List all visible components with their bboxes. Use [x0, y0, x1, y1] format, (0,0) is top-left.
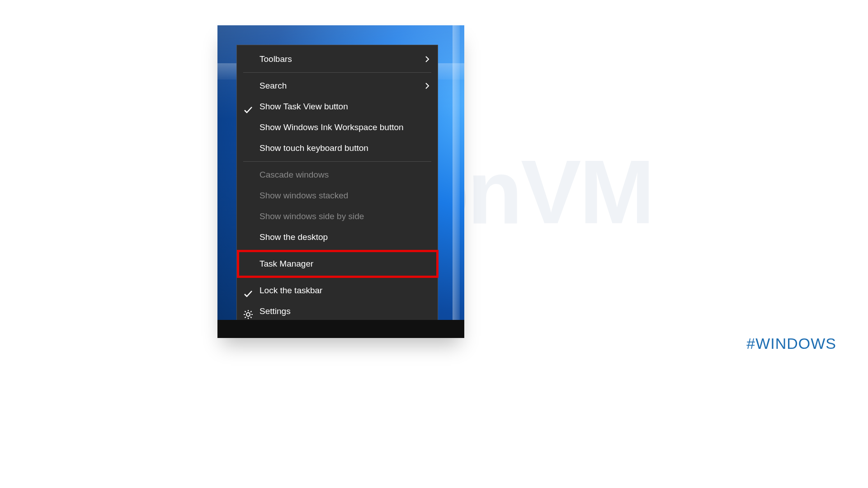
wallpaper-band-vertical	[453, 25, 460, 338]
svg-line-5	[245, 311, 246, 312]
menu-item-label: Show the desktop	[259, 232, 328, 242]
menu-item-label: Toolbars	[259, 54, 292, 64]
menu-item-show-windows-ink-workspace-button[interactable]: Show Windows Ink Workspace button	[237, 117, 438, 138]
menu-item-label: Show Windows Ink Workspace button	[259, 122, 404, 132]
menu-item-show-the-desktop[interactable]: Show the desktop	[237, 227, 438, 248]
menu-item-lock-the-taskbar[interactable]: Lock the taskbar	[237, 280, 438, 301]
menu-item-label: Lock the taskbar	[259, 286, 322, 295]
check-icon	[243, 286, 253, 296]
menu-item-label: Settings	[259, 306, 291, 316]
check-icon	[243, 102, 253, 112]
menu-item-label: Search	[259, 81, 287, 90]
svg-line-7	[250, 311, 251, 312]
menu-separator	[243, 161, 431, 162]
chevron-right-icon	[425, 56, 429, 63]
svg-line-8	[245, 317, 246, 318]
svg-point-0	[246, 313, 250, 316]
menu-item-label: Task Manager	[259, 259, 313, 268]
menu-separator	[243, 72, 431, 73]
menu-item-settings[interactable]: Settings	[237, 301, 438, 322]
menu-item-label: Cascade windows	[259, 170, 329, 179]
menu-item-label: Show windows stacked	[259, 191, 348, 200]
menu-item-label: Show touch keyboard button	[259, 143, 368, 153]
menu-item-show-windows-stacked: Show windows stacked	[237, 185, 438, 206]
menu-item-show-touch-keyboard-button[interactable]: Show touch keyboard button	[237, 138, 438, 159]
gear-icon	[243, 306, 253, 316]
hashtag-label: #WINDOWS	[746, 335, 836, 352]
chevron-right-icon	[425, 82, 429, 89]
screenshot-reflection: ToolbarsSearchShow Task View buttonShow …	[217, 338, 464, 392]
menu-item-show-task-view-button[interactable]: Show Task View button	[237, 96, 438, 117]
menu-separator	[243, 277, 431, 277]
menu-item-toolbars[interactable]: Toolbars	[237, 49, 438, 70]
menu-item-label: Show Task View button	[259, 102, 348, 111]
menu-item-search[interactable]: Search	[237, 75, 438, 96]
menu-item-label: Show windows side by side	[259, 211, 364, 221]
menu-separator	[243, 250, 431, 251]
taskbar[interactable]	[217, 320, 464, 338]
menu-item-task-manager[interactable]: Task Manager	[237, 253, 438, 274]
menu-item-show-windows-side-by-side: Show windows side by side	[237, 206, 438, 227]
taskbar-context-menu: ToolbarsSearchShow Task View buttonShow …	[236, 45, 438, 326]
svg-line-6	[250, 317, 251, 318]
menu-item-cascade-windows: Cascade windows	[237, 164, 438, 185]
screenshot-container: ToolbarsSearchShow Task View buttonShow …	[217, 25, 464, 338]
